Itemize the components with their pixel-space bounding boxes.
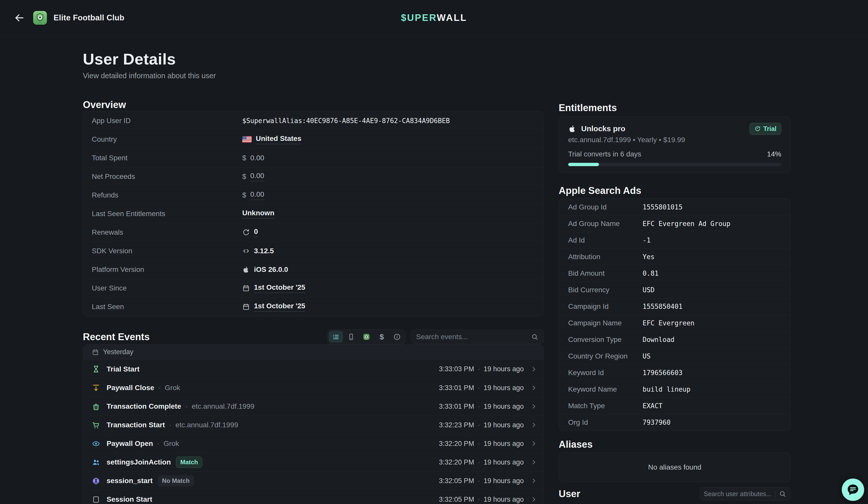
- aliases-card: No aliases found: [559, 452, 791, 482]
- event-name: Transaction Complete: [106, 402, 181, 410]
- back-button[interactable]: [11, 10, 28, 26]
- asa-row: Ad Id-1: [559, 232, 790, 249]
- asa-row: AttributionYes: [559, 249, 790, 265]
- overview-row-value: 1st October '25: [242, 302, 305, 312]
- overview-row-value-text[interactable]: 0.00: [250, 190, 265, 200]
- overview-row-value-text: iOS 26.0.0: [254, 265, 288, 274]
- asa-row: Bid Amount0.81: [559, 265, 790, 282]
- event-time: 3:33:03 PM: [439, 365, 474, 373]
- asa-row-value: Download: [643, 336, 674, 344]
- asa-row-value: EFC Evergreen Ad Group: [643, 220, 730, 228]
- overview-row: Net Proceeds$0.00: [83, 167, 544, 186]
- event-row[interactable]: Session Start3:32:05 PM·19 hours ago: [83, 490, 544, 504]
- event-badge: No Match: [158, 475, 194, 486]
- chevron-right-icon: [530, 440, 537, 447]
- asa-row: Country Or RegionUS: [559, 348, 790, 364]
- event-row[interactable]: Paywall Open·Grok3:32:20 PM·19 hours ago: [83, 434, 544, 453]
- filter-revenue-button[interactable]: $: [375, 331, 389, 343]
- overview-row-value: 3.12.5: [242, 247, 274, 255]
- asa-row-label: Campaign Id: [568, 303, 643, 311]
- overview-row-label: User Since: [92, 284, 242, 292]
- apple-icon: [242, 266, 250, 273]
- event-ago: 19 hours ago: [484, 459, 524, 466]
- overview-row-label: Platform Version: [92, 265, 242, 274]
- overview-row-value: $0.00: [242, 172, 264, 181]
- chevron-right-icon: [530, 496, 537, 503]
- overview-row-value-text[interactable]: 0: [254, 228, 258, 237]
- back-arrow-icon: [14, 12, 25, 23]
- chevron-right-icon: [530, 422, 537, 428]
- event-row[interactable]: settingsJoinActionMatch3:32:20 PM·19 hou…: [83, 453, 544, 471]
- events-group-label: Yesterday: [103, 348, 133, 356]
- event-meta: 3:32:23 PM·19 hours ago: [439, 421, 537, 429]
- user-attributes-search: [700, 487, 791, 501]
- asa-row-label: Ad Id: [568, 236, 643, 244]
- cart-icon: [92, 421, 103, 429]
- search-divider: [775, 490, 776, 497]
- asa-row: Keyword Id1796566603: [559, 364, 790, 381]
- event-separator: ·: [478, 459, 480, 466]
- overview-row-value-text[interactable]: 1st October '25: [254, 302, 305, 312]
- aliases-empty-text: No aliases found: [648, 463, 702, 471]
- event-row[interactable]: Transaction Complete·etc.annual.7df.1999…: [83, 397, 544, 416]
- overview-row: User Since1st October '25: [83, 279, 544, 297]
- event-detail: etc.annual.7df.1999: [175, 421, 238, 429]
- overview-row-value-text[interactable]: 1st October '25: [254, 283, 305, 293]
- filter-list-button[interactable]: [329, 331, 343, 343]
- overview-row-label: Net Proceeds: [92, 172, 242, 181]
- event-ago: 19 hours ago: [484, 384, 524, 392]
- asa-row-value: 7937960: [643, 419, 671, 426]
- event-row[interactable]: Trial Start3:33:03 PM·19 hours ago: [83, 360, 544, 378]
- overview-row-label: Country: [92, 135, 242, 144]
- overview-row-value-text[interactable]: 0.00: [250, 172, 265, 181]
- asa-row-label: Bid Currency: [568, 286, 643, 294]
- event-meta: 3:33:01 PM·19 hours ago: [439, 384, 537, 392]
- event-separator: ·: [478, 384, 480, 392]
- calendar-icon: [242, 303, 250, 311]
- trial-badge-label: Trial: [763, 125, 776, 133]
- asa-row-label: Country Or Region: [568, 352, 643, 360]
- event-ago: 19 hours ago: [484, 440, 524, 448]
- page-title: User Details: [83, 50, 544, 68]
- overview-row-label: Last Seen: [92, 303, 242, 311]
- overview-row-value: $0.00: [242, 154, 264, 162]
- event-separator: ·: [157, 440, 159, 448]
- trial-progress-fill: [568, 163, 599, 166]
- overview-row-value-text[interactable]: Unknown: [242, 209, 275, 219]
- event-detail: Grok: [164, 440, 179, 448]
- event-row[interactable]: Paywall Close·Grok3:33:01 PM·19 hours ag…: [83, 378, 544, 397]
- entitlements-heading: Entitlements: [559, 102, 791, 114]
- overview-row-value-text[interactable]: United States: [256, 135, 301, 144]
- chat-fab-button[interactable]: [842, 479, 864, 501]
- chevron-right-icon: [530, 366, 537, 372]
- overview-row-label: Total Spent: [92, 154, 242, 162]
- events-search-input[interactable]: [416, 333, 527, 341]
- superwall-logo: $UPERWALL: [401, 12, 467, 23]
- entitlement-name: Unlocks pro: [581, 124, 625, 133]
- user-section-header: User: [559, 487, 791, 501]
- apple-search-ads-heading: Apple Search Ads: [559, 184, 791, 197]
- overview-row-label: Refunds: [92, 191, 242, 199]
- events-card: Yesterday Trial Start3:33:03 PM·19 hours…: [83, 344, 544, 504]
- events-group-header: Yesterday: [83, 345, 544, 360]
- aliases-heading: Aliases: [559, 438, 791, 451]
- filter-device-button[interactable]: [344, 331, 358, 343]
- dollar-icon: $: [242, 191, 246, 199]
- event-separator: ·: [185, 402, 188, 410]
- user-attributes-search-input[interactable]: [704, 490, 772, 497]
- event-time: 3:32:20 PM: [439, 459, 474, 466]
- event-time: 3:32:05 PM: [439, 477, 474, 485]
- event-separator: ·: [478, 365, 480, 373]
- overview-row: Platform VersioniOS 26.0.0: [83, 260, 544, 279]
- asa-row-value: USD: [643, 286, 654, 294]
- dollar-icon: $: [242, 154, 246, 162]
- asa-row: Campaign Id1555850401: [559, 298, 790, 315]
- overview-row: Last Seen EntitlementsUnknown: [83, 204, 544, 223]
- filter-app-button[interactable]: [359, 331, 374, 343]
- filter-info-button[interactable]: [390, 331, 404, 343]
- event-row[interactable]: session_startNo Match3:32:05 PM·19 hours…: [83, 471, 544, 490]
- overview-row-value: $0.00: [242, 190, 264, 200]
- event-row[interactable]: Transaction Start·etc.annual.7df.19993:3…: [83, 416, 544, 434]
- chevron-right-icon: [530, 477, 537, 484]
- overview-row-value: United States: [242, 135, 301, 144]
